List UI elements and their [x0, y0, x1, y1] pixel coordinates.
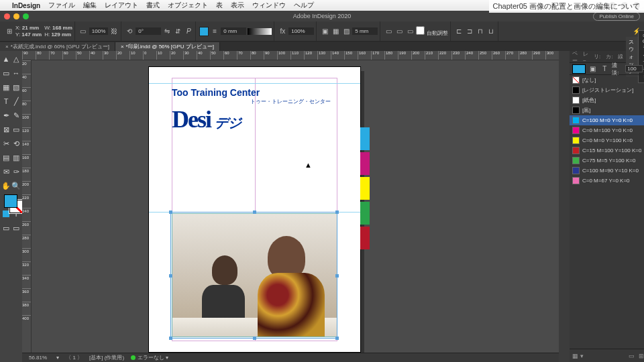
panel-tab[interactable]: 線	[615, 52, 626, 62]
eyedropper-tool[interactable]: ✑	[11, 165, 21, 178]
logo-text[interactable]: Desi	[172, 105, 211, 133]
y-value[interactable]: 147 mm	[21, 32, 42, 38]
close-icon[interactable]	[4, 13, 10, 19]
gradient-feather-tool[interactable]: ▥	[11, 151, 21, 164]
wrap-icon[interactable]: ▨	[341, 27, 351, 36]
type-tool[interactable]: T	[1, 95, 11, 108]
w-value[interactable]: 168 mm	[52, 25, 72, 31]
panel-tab[interactable]: カ:	[603, 52, 615, 62]
swatch-row[interactable]: C=15 M=100 Y=100 K=0✕▣	[570, 145, 644, 156]
close-icon[interactable]: ×	[121, 44, 124, 50]
preflight-status[interactable]: エラーなし	[138, 355, 164, 361]
opacity-value[interactable]: 100%	[288, 27, 314, 35]
fill-toggle-icon[interactable]: ▣	[588, 64, 598, 74]
x-value[interactable]: 21 mm	[22, 25, 39, 31]
scale-x[interactable]: 100%	[89, 27, 108, 35]
link-icon[interactable]: ⛓	[109, 27, 119, 36]
swatch-row[interactable]: C=75 M=5 Y=100 K=0✕▣	[570, 156, 644, 166]
hand-tool[interactable]: ✋	[1, 179, 11, 192]
swatch-row[interactable]: [紙色]✕▣	[570, 95, 644, 105]
logo-jp[interactable]: デジ	[215, 114, 241, 132]
content-placer-tool[interactable]: ▧	[11, 80, 21, 94]
color-swatch[interactable]	[1, 193, 21, 217]
align-icon[interactable]: ⊐	[465, 27, 474, 36]
align-icon[interactable]: ⊓	[476, 27, 485, 36]
zoom-icon[interactable]	[23, 13, 29, 19]
rect-tool[interactable]: ▭	[11, 123, 21, 136]
wrap-icon[interactable]: ▦	[331, 27, 340, 36]
document-page[interactable]: Too Training Center トゥー・トレーニング・センター Desi…	[149, 67, 360, 352]
swatch-row[interactable]: C=0 M=100 Y=0 K=0✕▣	[570, 125, 644, 135]
rect-frame-tool[interactable]: ⊠	[1, 123, 11, 136]
page-number[interactable]: 1	[72, 355, 75, 361]
app-name[interactable]: InDesign	[12, 2, 40, 9]
swatch-type-icon[interactable]: ▦ ▾	[572, 353, 584, 359]
swatch-row[interactable]: [なし]✕▣	[570, 75, 644, 85]
transform-tool[interactable]: ⟲	[11, 137, 21, 150]
index-tab[interactable]	[360, 152, 370, 175]
canvas-stage[interactable]: Too Training Center トゥー・トレーニング・センター Desi…	[32, 60, 559, 353]
align-icon[interactable]: ⊏	[454, 27, 464, 36]
current-color[interactable]	[572, 64, 586, 74]
new-group-icon[interactable]: ▭	[629, 353, 635, 359]
swatch-row[interactable]: C=0 M=0 Y=100 K=0✕▣	[570, 135, 644, 145]
autofit-checkbox[interactable]	[416, 26, 425, 35]
scissors-tool[interactable]: ✂	[1, 137, 11, 150]
stroke-style[interactable]	[248, 28, 272, 35]
menu-type[interactable]: 書式	[146, 1, 160, 10]
index-tab[interactable]	[360, 177, 370, 200]
menu-file[interactable]: ファイル	[48, 1, 75, 10]
fit-icon[interactable]: ▭	[394, 27, 404, 36]
close-icon[interactable]: ×	[5, 44, 9, 50]
selection-frame[interactable]	[170, 212, 337, 339]
index-tabs[interactable]	[360, 127, 370, 249]
index-tab[interactable]	[360, 202, 370, 225]
ruler-horizontal[interactable]: 9080706050403020100102030405060708090100…	[22, 51, 559, 60]
minimize-icon[interactable]	[13, 13, 19, 19]
gradient-tool[interactable]: ▤	[1, 151, 11, 164]
gap-tool[interactable]: ↔	[11, 66, 21, 80]
publish-button[interactable]: Publish Online	[593, 12, 640, 21]
tint-input[interactable]	[625, 65, 643, 72]
screen-mode[interactable]: ▭	[11, 221, 21, 235]
selection-tool[interactable]: ▲	[1, 52, 11, 66]
text-color-icon[interactable]: T	[600, 64, 609, 74]
swatch-row[interactable]: C=100 M=90 Y=10 K=0✕▣	[570, 166, 644, 176]
zoom-tool[interactable]: 🔍	[11, 179, 21, 192]
swatch-row[interactable]: C=100 M=0 Y=0 K=0✕▣	[570, 115, 644, 125]
swatch-row[interactable]: [黒]✕▣	[570, 105, 644, 115]
fx-icon[interactable]: fx	[278, 27, 287, 36]
ref-point-icon[interactable]: ⊞	[5, 27, 14, 36]
doc-tab[interactable]: ×*印刷.indd @ 56% [GPU プレビュー]	[115, 42, 220, 51]
index-tab[interactable]	[360, 127, 370, 150]
index-tab[interactable]	[360, 227, 370, 249]
menu-edit[interactable]: 編集	[83, 1, 97, 10]
swatch-row[interactable]: C=0 M=67 Y=0 K=0✕▣	[570, 176, 644, 186]
char-icon[interactable]: P	[184, 27, 193, 36]
rotate-value[interactable]: 0°	[136, 27, 161, 35]
swatch-row[interactable]: [レジストレーション]✕▣	[570, 85, 644, 95]
menu-window[interactable]: ウィンドウ	[252, 1, 286, 10]
zoom-value[interactable]: 56.81%	[26, 355, 50, 361]
screen-mode[interactable]: ▭	[1, 221, 11, 235]
ruler-vertical[interactable]: 2040608010012014016018020022024026028030…	[22, 60, 32, 353]
menu-table[interactable]: 表	[216, 1, 223, 10]
line-tool[interactable]: ╱	[11, 95, 21, 108]
stroke-value[interactable]: 0 mm	[221, 27, 246, 35]
flip-v-icon[interactable]: ⇵	[173, 27, 182, 36]
menu-help[interactable]: ヘルプ	[294, 1, 314, 10]
menu-view[interactable]: 表示	[231, 1, 244, 10]
panel-tab[interactable]: リ:	[591, 52, 603, 62]
pencil-tool[interactable]: ✎	[11, 109, 21, 122]
header-subtext[interactable]: トゥー・トレーニング・センター	[172, 98, 331, 105]
fill-color[interactable]	[199, 27, 209, 36]
header-text[interactable]: Too Training Center	[172, 87, 331, 98]
menu-object[interactable]: オブジェクト	[168, 1, 208, 10]
menu-layout[interactable]: レイアウト	[105, 1, 138, 10]
gap-value[interactable]: 5 mm	[352, 27, 378, 35]
content-collector-tool[interactable]: ▦	[1, 80, 11, 94]
page-tool[interactable]: ▭	[1, 66, 11, 80]
fit-icon[interactable]: ▭	[384, 27, 393, 36]
align-icon[interactable]: ⊔	[486, 27, 496, 36]
workspace-mode[interactable]: [基本] (作業用)	[89, 354, 124, 361]
